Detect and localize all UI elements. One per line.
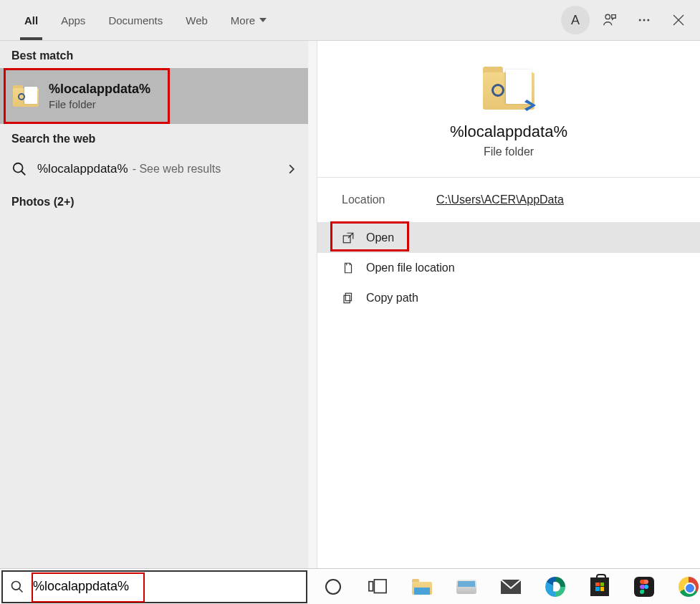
svg-line-7 — [21, 171, 26, 176]
detail-header: %localappdata% File folder — [317, 41, 700, 178]
microsoft-store-button[interactable] — [588, 575, 611, 598]
feedback-icon — [602, 12, 618, 28]
figma-icon — [634, 577, 654, 597]
header-right-controls: A — [558, 3, 700, 37]
close-icon — [673, 14, 684, 26]
best-match-title: %localappdata% — [49, 82, 150, 97]
onscreen-keyboard-button[interactable] — [455, 575, 478, 598]
action-open-label: Open — [366, 231, 394, 244]
task-view-button[interactable] — [366, 575, 389, 598]
task-view-icon — [368, 579, 387, 593]
cortana-button[interactable] — [322, 575, 345, 598]
location-label: Location — [342, 193, 436, 206]
best-match-text: %localappdata% File folder — [49, 82, 150, 110]
detail-title: %localappdata% — [450, 123, 567, 141]
search-header: All Apps Documents Web More A — [0, 0, 700, 41]
ellipsis-icon — [637, 13, 651, 27]
edge-button[interactable] — [544, 575, 567, 598]
cortana-icon — [325, 579, 341, 595]
taskbar-pinned-apps — [322, 575, 700, 598]
keyboard-icon — [456, 580, 476, 594]
location-path[interactable]: C:\Users\ACER\AppData — [436, 193, 564, 206]
folder-icon-large — [483, 67, 534, 110]
detail-subtitle: File folder — [484, 145, 534, 158]
mail-button[interactable] — [499, 575, 522, 598]
svg-rect-14 — [369, 582, 373, 591]
more-options-button[interactable] — [627, 3, 661, 37]
edge-icon — [545, 577, 565, 597]
file-location-icon — [342, 262, 355, 274]
web-result-row[interactable]: %localappdata% - See web results — [0, 151, 308, 187]
svg-rect-10 — [345, 293, 351, 301]
web-result-query: %localappdata% — [37, 162, 128, 176]
filter-tabs: All Apps Documents Web More — [13, 0, 278, 40]
copy-icon — [342, 292, 355, 305]
tab-apps[interactable]: Apps — [49, 0, 97, 40]
svg-point-3 — [647, 19, 649, 21]
chrome-icon — [679, 577, 699, 597]
best-match-result[interactable]: %localappdata% File folder — [0, 68, 308, 124]
feedback-button[interactable] — [593, 3, 627, 37]
folder-icon — [13, 85, 39, 107]
best-match-heading: Best match — [0, 41, 308, 68]
search-input[interactable] — [33, 579, 262, 594]
taskbar-search-box[interactable] — [1, 570, 307, 603]
detail-column: %localappdata% File folder Location C:\U… — [317, 41, 700, 568]
action-open[interactable]: Open — [317, 223, 700, 253]
svg-rect-11 — [344, 295, 350, 303]
chrome-button[interactable] — [677, 575, 700, 598]
svg-point-0 — [605, 14, 610, 19]
svg-rect-15 — [374, 580, 386, 593]
tab-documents[interactable]: Documents — [97, 0, 174, 40]
web-result-suffix: - See web results — [133, 163, 221, 176]
chevron-down-icon — [259, 18, 267, 22]
action-open-file-location[interactable]: Open file location — [317, 253, 700, 283]
svg-point-12 — [12, 581, 21, 590]
main-area: Best match %localappdata% File folder Se… — [0, 41, 700, 568]
svg-point-2 — [643, 19, 646, 21]
tab-web[interactable]: Web — [174, 0, 219, 40]
tab-all[interactable]: All — [13, 0, 49, 40]
file-explorer-icon — [412, 579, 432, 595]
mail-icon — [501, 577, 521, 597]
search-icon — [10, 580, 24, 594]
svg-point-1 — [639, 19, 641, 21]
account-avatar[interactable]: A — [558, 3, 593, 37]
svg-line-13 — [19, 588, 23, 592]
action-open-location-label: Open file location — [366, 262, 455, 274]
open-icon — [342, 231, 355, 244]
results-column: Best match %localappdata% File folder Se… — [0, 41, 308, 568]
best-match-subtitle: File folder — [49, 98, 150, 110]
svg-point-6 — [14, 163, 23, 173]
action-copy-path-label: Copy path — [366, 292, 418, 305]
chevron-right-icon — [287, 164, 297, 174]
avatar-letter: A — [561, 6, 590, 34]
search-icon — [11, 161, 27, 177]
figma-button[interactable] — [633, 575, 656, 598]
tab-more-label: More — [231, 14, 255, 27]
tab-more[interactable]: More — [219, 0, 278, 40]
store-icon — [590, 577, 609, 596]
file-explorer-button[interactable] — [411, 575, 433, 598]
search-web-heading: Search the web — [0, 124, 308, 151]
location-row: Location C:\Users\ACER\AppData — [317, 178, 700, 223]
close-button[interactable] — [661, 3, 696, 37]
action-copy-path[interactable]: Copy path — [317, 283, 700, 313]
taskbar — [0, 568, 700, 604]
photos-heading[interactable]: Photos (2+) — [0, 187, 308, 214]
